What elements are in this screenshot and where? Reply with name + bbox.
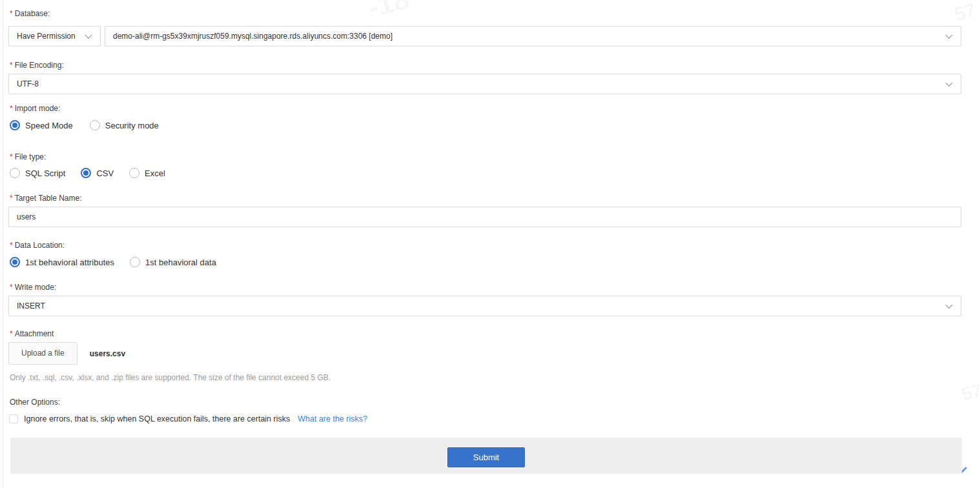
radio-speed-mode[interactable]: Speed Mode <box>10 120 73 130</box>
required-asterisk: * <box>10 152 13 161</box>
data-location-radio-group: 1st behavioral attributes 1st behavioral… <box>10 257 216 267</box>
attachment-hint: Only .txt, .sql, .csv, .xlsx, and .zip f… <box>10 373 331 382</box>
ignore-errors-label: Ignore errors, that is, skip when SQL ex… <box>24 414 290 423</box>
chevron-down-icon <box>85 32 92 39</box>
radio-unselected-icon[interactable] <box>129 168 139 178</box>
attachment-row: Upload a file users.csv <box>8 342 125 365</box>
radio-sql-script[interactable]: SQL Script <box>10 168 65 178</box>
radio-label: SQL Script <box>25 168 65 178</box>
required-asterisk: * <box>10 194 13 203</box>
radio-1st-behavioral-attributes[interactable]: 1st behavioral attributes <box>10 257 114 267</box>
radio-label: 1st behavioral attributes <box>25 258 114 267</box>
target-table-value: users <box>17 212 36 221</box>
ignore-errors-checkbox[interactable] <box>9 414 18 423</box>
required-asterisk: * <box>10 9 13 18</box>
write-mode-label: *Write mode: <box>10 283 56 292</box>
radio-selected-icon[interactable] <box>10 120 20 130</box>
what-are-the-risks-link[interactable]: What are the risks? <box>298 414 367 423</box>
file-encoding-value: UTF-8 <box>17 79 39 88</box>
radio-selected-icon[interactable] <box>10 257 20 267</box>
database-permission-value: Have Permission <box>17 32 76 41</box>
radio-selected-icon[interactable] <box>81 168 91 178</box>
radio-1st-behavioral-data[interactable]: 1st behavioral data <box>130 257 216 267</box>
chevron-down-icon <box>945 79 952 86</box>
chevron-down-icon <box>945 32 952 39</box>
upload-file-button[interactable]: Upload a file <box>8 342 77 365</box>
uploaded-file-name: users.csv <box>90 349 125 358</box>
required-asterisk: * <box>10 61 13 70</box>
watermark: 57 <box>952 0 978 26</box>
watermark: 57 <box>959 380 980 405</box>
radio-excel[interactable]: Excel <box>129 168 165 178</box>
radio-label: Security mode <box>105 121 159 130</box>
target-table-label: *Target Table Name: <box>10 194 82 203</box>
radio-label: CSV <box>96 168 114 178</box>
required-asterisk: * <box>10 104 13 113</box>
radio-security-mode[interactable]: Security mode <box>90 120 159 130</box>
import-mode-radio-group: Speed Mode Security mode <box>10 120 159 130</box>
other-options-label: Other Options: <box>10 398 60 407</box>
submit-button[interactable]: Submit <box>447 447 525 467</box>
chevron-down-icon <box>945 301 952 309</box>
import-mode-label: *Import mode: <box>10 104 60 113</box>
database-connection-value: demo-ali@rm-gs5x39xmjruszf059.mysql.sing… <box>113 32 393 41</box>
write-mode-select[interactable]: INSERT <box>8 296 961 316</box>
radio-label: 1st behavioral data <box>145 258 216 267</box>
database-permission-select[interactable]: Have Permission <box>8 26 101 46</box>
file-type-label: *File type: <box>10 152 46 161</box>
required-asterisk: * <box>10 241 13 250</box>
import-form-page: -18 57 57 n n *Database: Have Permission… <box>0 0 980 488</box>
radio-unselected-icon[interactable] <box>90 120 100 130</box>
file-encoding-label: *File Encoding: <box>10 61 64 70</box>
panel-left-border <box>3 0 3 488</box>
target-table-input[interactable]: users <box>8 207 961 227</box>
write-mode-value: INSERT <box>17 301 45 310</box>
radio-label: Excel <box>145 168 165 178</box>
form-footer: Submit <box>10 438 962 474</box>
ignore-errors-row: Ignore errors, that is, skip when SQL ex… <box>9 414 367 423</box>
required-asterisk: * <box>10 283 13 292</box>
database-connection-select[interactable]: demo-ali@rm-gs5x39xmjruszf059.mysql.sing… <box>105 26 961 46</box>
attachment-label: *Attachment <box>10 329 54 338</box>
database-label: *Database: <box>10 9 50 18</box>
required-asterisk: * <box>10 329 13 338</box>
file-type-radio-group: SQL Script CSV Excel <box>10 168 165 178</box>
radio-label: Speed Mode <box>25 121 73 130</box>
file-encoding-select[interactable]: UTF-8 <box>8 74 961 94</box>
data-location-label: *Data Location: <box>10 241 65 250</box>
radio-csv[interactable]: CSV <box>81 168 114 178</box>
radio-unselected-icon[interactable] <box>130 257 140 267</box>
radio-unselected-icon[interactable] <box>10 168 20 178</box>
watermark: -18 <box>365 0 413 24</box>
